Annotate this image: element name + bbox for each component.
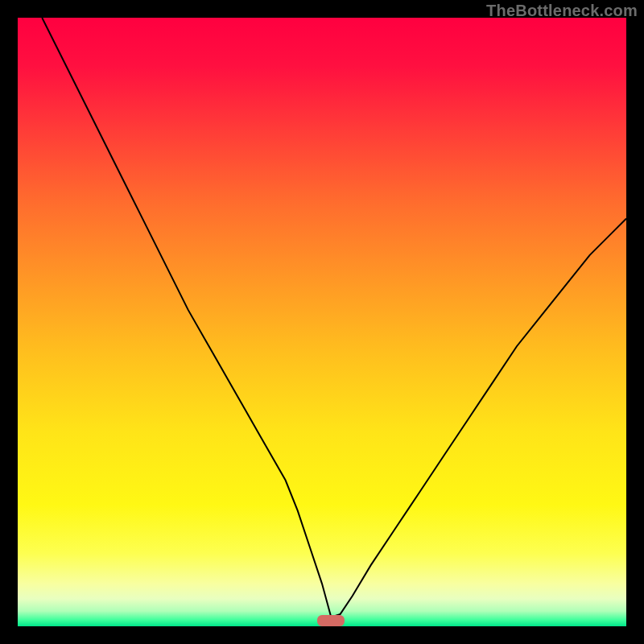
- bottleneck-curve: [18, 18, 626, 626]
- plot-area: [18, 18, 626, 626]
- watermark: TheBottleneck.com: [486, 2, 638, 20]
- chart-frame: TheBottleneck.com: [0, 0, 644, 644]
- optimal-marker: [317, 615, 345, 626]
